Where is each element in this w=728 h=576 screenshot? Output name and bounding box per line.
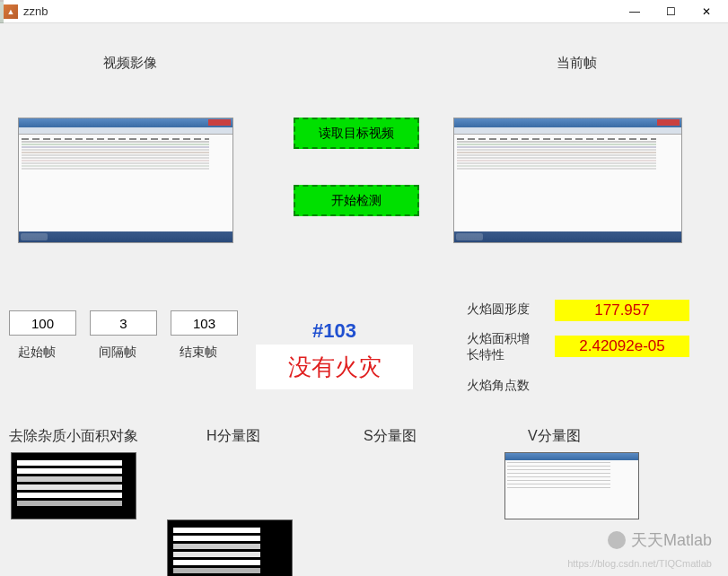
area-growth-value: 2.42092e-05	[555, 336, 689, 357]
window-title: zznb	[23, 4, 617, 18]
watermark: 天天Matlab	[608, 529, 712, 551]
v-component-image	[504, 452, 639, 519]
figure-content: 视频影像 当前帧 读取目标视频 开始检测 100 3 103 起始帧 间隔帧 结…	[0, 23, 728, 576]
frame-number: #103	[312, 319, 356, 343]
interval-frame-input[interactable]: 3	[90, 310, 157, 336]
remove-small-image	[11, 452, 136, 519]
start-frame-label: 起始帧	[18, 345, 56, 361]
s-component-label: S分量图	[364, 427, 417, 446]
interval-frame-label: 间隔帧	[99, 345, 136, 361]
matlab-icon: ▲	[4, 4, 18, 19]
end-frame-input[interactable]: 103	[171, 310, 238, 336]
start-detect-button[interactable]: 开始检测	[294, 185, 419, 216]
video-section-label: 视频影像	[103, 55, 157, 72]
start-frame-input[interactable]: 100	[9, 310, 76, 336]
read-video-button[interactable]: 读取目标视频	[294, 118, 419, 149]
maximize-button[interactable]: ☐	[653, 0, 689, 23]
titlebar: ▲ zznb — ☐ ✕	[0, 0, 728, 23]
video-preview	[18, 118, 233, 243]
area-growth-label: 火焰面积增长特性	[467, 330, 530, 362]
end-frame-label: 结束帧	[180, 345, 217, 361]
close-button[interactable]: ✕	[689, 0, 724, 23]
v-component-label: V分量图	[528, 427, 581, 446]
h-component-image	[167, 519, 293, 576]
h-component-label: H分量图	[206, 427, 260, 446]
corner-count-label: 火焰角点数	[467, 378, 530, 394]
watermark-url: https://blog.csdn.net/TIQCmatlab	[567, 558, 712, 569]
roundness-value: 177.957	[555, 300, 689, 321]
remove-small-label: 去除杂质小面积对象	[9, 427, 138, 446]
minimize-button[interactable]: —	[617, 0, 653, 23]
current-frame-preview	[453, 118, 682, 243]
window-controls: — ☐ ✕	[617, 0, 724, 23]
frame-section-label: 当前帧	[557, 55, 597, 72]
watermark-text: 天天Matlab	[631, 529, 712, 551]
watermark-icon	[608, 531, 626, 549]
roundness-label: 火焰圆形度	[467, 301, 530, 318]
detection-result: 没有火灾	[256, 345, 413, 389]
